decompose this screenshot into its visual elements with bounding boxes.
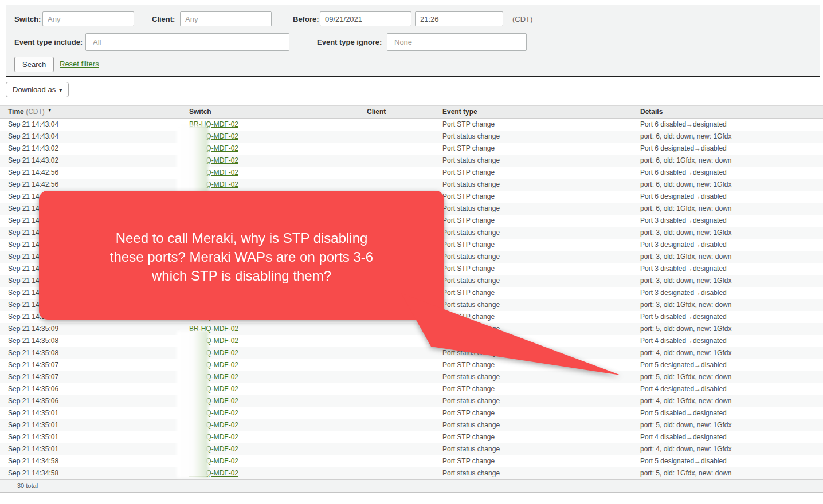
- details-cell: Port 4 designated→disabled: [640, 383, 727, 395]
- table-row: Sep 21 14:43:02 BR-HQ-MDF-02 Port status…: [0, 155, 823, 167]
- before-time-input[interactable]: [415, 11, 503, 26]
- event-log-page: { "filters": { "switch_label": "Switch:"…: [0, 0, 823, 504]
- details-column-header: Details: [640, 106, 663, 118]
- details-cell: port: 3, old: 1Gfdx, new: down: [640, 299, 731, 311]
- time-cell: Sep 21 14:4: [8, 203, 45, 215]
- table-row: Sep 21 14:35:07 BR-HQ-MDF-02 Port STP ch…: [0, 359, 823, 371]
- event-table-footer: 30 total: [0, 479, 823, 493]
- redaction-blur: [177, 331, 208, 478]
- table-row: Sep 21 14:3 BR-HQ-MDF-02 Port status cha…: [0, 227, 823, 239]
- time-cell: Sep 21 14:35:07: [8, 371, 58, 383]
- timezone-note: (CDT): [512, 15, 532, 23]
- event-type-cell: Port status change: [442, 131, 500, 143]
- table-row: Sep 21 14:35:08 BR-HQ-MDF-02 Port status…: [0, 347, 823, 359]
- before-date-input[interactable]: [320, 11, 412, 26]
- before-filter-label: Before:: [293, 15, 319, 23]
- table-row: Sep 21 14:35:06 BR-HQ-MDF-02 Port status…: [0, 395, 823, 407]
- time-cell: Sep 21 14:42:56: [8, 179, 58, 191]
- event-type-cell: Port status change: [442, 443, 500, 455]
- event-type-cell: Port STP change: [442, 431, 495, 443]
- table-row: Sep 21 14:42:56 BR-HQ-MDF-02 Port status…: [0, 179, 823, 191]
- details-cell: port: 4, old: 1Gfdx, new: down: [640, 395, 731, 407]
- details-cell: Port 3 disabled→designated: [640, 215, 727, 227]
- time-cell: Sep 21 14:35:01: [8, 431, 58, 443]
- details-cell: Port 6 disabled→designated: [640, 119, 727, 131]
- event-type-cell: Port status change: [442, 395, 500, 407]
- time-cell: Sep 21 14:3: [8, 275, 45, 287]
- event-table-body: Sep 21 14:43:04 BR-HQ-MDF-02 Port STP ch…: [0, 119, 823, 479]
- event-type-cell: Port status change: [442, 467, 500, 479]
- event-type-include-input[interactable]: [85, 33, 289, 51]
- table-row: Sep 21 14:43:02 BR-HQ-MDF-02 Port STP ch…: [0, 143, 823, 155]
- event-type-column-header: Event type: [442, 106, 477, 118]
- time-cell: Sep 21 14:3: [8, 227, 45, 239]
- client-filter-input[interactable]: [180, 11, 272, 26]
- event-type-cell: Port STP change: [442, 119, 495, 131]
- event-type-cell: Port STP change: [442, 335, 495, 347]
- details-cell: port: 6, old: 1Gfdx, new: down: [640, 203, 731, 215]
- time-cell: Sep 21 14:35:01: [8, 419, 58, 431]
- time-cell: Sep 21 14:3: [8, 299, 45, 311]
- event-type-cell: Port STP change: [442, 311, 495, 323]
- event-type-cell: Port status change: [442, 155, 500, 167]
- event-type-cell: Port status change: [442, 299, 500, 311]
- details-cell: port: 5, old: down, new: 1Gfdx: [640, 323, 731, 335]
- search-button[interactable]: Search: [14, 57, 54, 72]
- details-cell: Port 5 disabled→designated: [640, 311, 727, 323]
- event-type-cell: Port STP change: [442, 215, 495, 227]
- time-cell: Sep 21 14:4: [8, 191, 45, 203]
- table-row: Sep 21 14:4 BR-HQ-MDF-02 Port status cha…: [0, 203, 823, 215]
- time-timezone-label: (CDT): [26, 108, 45, 116]
- table-row: Sep 21 14:43:04 BR-HQ-MDF-02 Port status…: [0, 131, 823, 143]
- details-cell: Port 3 designated→disabled: [640, 239, 727, 251]
- table-row: Sep 21 14:34:58 BR-HQ-MDF-02 Port status…: [0, 467, 823, 479]
- download-as-button[interactable]: Download as▾: [6, 82, 69, 97]
- switch-filter-label: Switch:: [14, 15, 41, 23]
- details-cell: port: 3, old: down, new: 1Gfdx: [640, 227, 731, 239]
- time-cell: Sep 21 14:35:06: [8, 383, 58, 395]
- client-column-header: Client: [367, 106, 386, 118]
- time-cell: Sep 21 14:43:02: [8, 155, 58, 167]
- time-cell: Sep 21 14:35:09: [8, 323, 58, 335]
- time-cell: Sep 21 14:3: [8, 311, 45, 323]
- time-column-header[interactable]: Time (CDT) ▼: [8, 106, 52, 119]
- time-cell: Sep 21 14:43:04: [8, 131, 58, 143]
- table-row: Sep 21 14:35:01 BR-HQ-MDF-02 Port STP ch…: [0, 431, 823, 443]
- details-cell: port: 6, old: down, new: 1Gfdx: [640, 179, 731, 191]
- details-cell: Port 6 designated→disabled: [640, 191, 727, 203]
- event-type-cell: Port STP change: [442, 167, 495, 179]
- table-row: Sep 21 14:3 BR-HQ-MDF-02 Port status cha…: [0, 251, 823, 263]
- total-count-label: 30 total: [17, 480, 38, 492]
- table-row: Sep 21 14:3 BR-HQ-MDF-02 Port STP change…: [0, 263, 823, 275]
- event-type-cell: Port status change: [442, 371, 500, 383]
- time-cell: Sep 21 14:35:07: [8, 359, 58, 371]
- table-row: Sep 21 14:43:04 BR-HQ-MDF-02 Port STP ch…: [0, 119, 823, 131]
- client-filter-label: Client:: [152, 15, 175, 23]
- table-row: Sep 21 14:4 BR-HQ-MDF-02 Port STP change…: [0, 191, 823, 203]
- time-cell: Sep 21 14:3: [8, 215, 45, 227]
- event-type-cell: Port STP change: [442, 143, 495, 155]
- time-cell: Sep 21 14:35:01: [8, 407, 58, 419]
- event-type-cell: Port status change: [442, 179, 500, 191]
- event-type-cell: Port status change: [442, 323, 500, 335]
- switch-column-header: Switch: [189, 106, 211, 118]
- table-row: Sep 21 14:35:01 BR-HQ-MDF-02 Port status…: [0, 443, 823, 455]
- switch-filter-input[interactable]: [42, 11, 134, 26]
- details-cell: Port 5 designated→disabled: [640, 455, 727, 467]
- event-type-cell: Port status change: [442, 347, 500, 359]
- table-row: Sep 21 14:3 BR-HQ-MDF-02 Port STP change…: [0, 239, 823, 251]
- event-type-cell: Port STP change: [442, 359, 495, 371]
- details-cell: Port 4 disabled→designated: [640, 431, 727, 443]
- details-cell: port: 6, old: down, new: 1Gfdx: [640, 131, 731, 143]
- table-row: Sep 21 14:35:08 BR-HQ-MDF-02 Port STP ch…: [0, 335, 823, 347]
- time-cell: Sep 21 14:34:58: [8, 455, 58, 467]
- event-type-ignore-input[interactable]: [387, 33, 527, 51]
- event-type-cell: Port status change: [442, 227, 500, 239]
- table-row: Sep 21 14:34:58 BR-HQ-MDF-02 Port STP ch…: [0, 455, 823, 467]
- table-row: Sep 21 14:3 BR-HQ-MDF-02 Port status cha…: [0, 299, 823, 311]
- event-type-cell: Port STP change: [442, 407, 495, 419]
- reset-filters-link[interactable]: Reset filters: [60, 60, 99, 68]
- time-cell: Sep 21 14:35:08: [8, 335, 58, 347]
- details-cell: Port 3 designated→disabled: [640, 287, 727, 299]
- details-cell: port: 6, old: 1Gfdx, new: down: [640, 155, 731, 167]
